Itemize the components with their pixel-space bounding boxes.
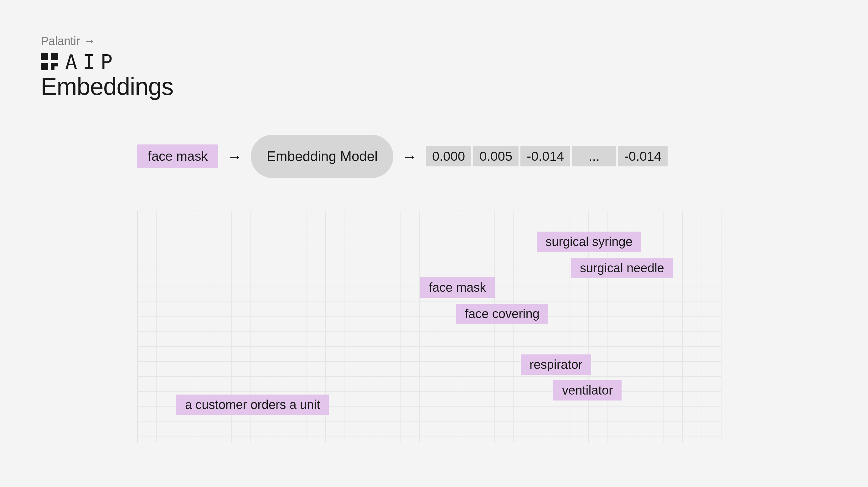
embedding-tag: a customer orders a unit <box>176 395 329 415</box>
input-tag: face mask <box>137 144 218 168</box>
embedding-tag: respirator <box>521 354 591 375</box>
arrow-right-icon: → <box>402 148 417 165</box>
vector-cell-ellipsis: ... <box>572 146 616 166</box>
embedding-model-pill: Embedding Model <box>251 135 393 178</box>
page-subtitle: Embeddings <box>41 73 174 101</box>
embedding-tag: surgical needle <box>571 258 673 278</box>
embedding-tag: face mask <box>420 277 495 298</box>
product-row: AIP <box>41 51 174 74</box>
brand-name: Palantir <box>41 34 80 48</box>
brand-row: Palantir → <box>41 34 174 48</box>
arrow-right-icon: → <box>227 148 242 165</box>
vector-cell: -0.014 <box>618 146 668 166</box>
product-name: AIP <box>65 51 118 74</box>
embedding-space-grid: surgical syringesurgical needleface mask… <box>137 210 721 443</box>
arrow-right-icon: → <box>84 34 95 48</box>
vector-cell: 0.005 <box>473 146 519 166</box>
header: Palantir → AIP Embeddings <box>41 34 174 101</box>
embedding-tag: ventilator <box>553 380 622 401</box>
vector-cell: -0.014 <box>520 146 570 166</box>
embedding-vector: 0.000 0.005 -0.014 ... -0.014 <box>426 146 668 166</box>
embedding-tag: surgical syringe <box>537 232 641 252</box>
svg-rect-1 <box>51 53 58 60</box>
svg-rect-4 <box>55 63 58 66</box>
vector-cell: 0.000 <box>426 146 471 166</box>
embedding-pipeline: face mask → Embedding Model → 0.000 0.00… <box>137 135 668 178</box>
aip-logo-icon <box>41 53 58 71</box>
embedding-tag: face covering <box>456 304 548 324</box>
svg-rect-3 <box>51 63 55 70</box>
svg-rect-0 <box>41 53 48 60</box>
svg-rect-2 <box>41 63 48 70</box>
